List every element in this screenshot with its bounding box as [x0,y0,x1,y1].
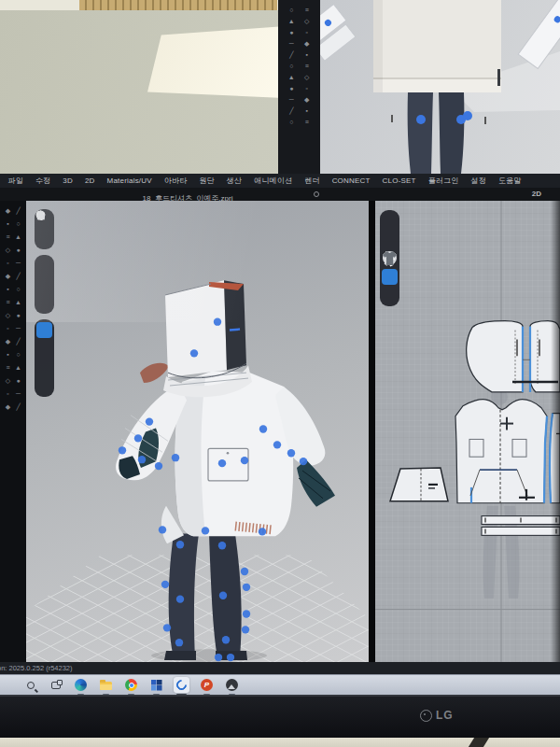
garment-shirt-dark-icon[interactable] [382,288,398,303]
tool-icon[interactable]: ≡ [3,363,13,372]
menu-item[interactable]: 파일 [2,176,29,186]
avatar-head-icon[interactable] [36,359,52,375]
tool-icon[interactable]: ╱ [13,402,23,411]
viewport-3d[interactable] [26,201,369,662]
pattern-body-front[interactable] [455,400,547,503]
select-active-icon[interactable] [36,322,52,338]
menu-item[interactable]: 수정 [29,176,56,186]
tool-icon[interactable]: ─ [13,389,23,398]
tool-icon[interactable]: ▪ [3,285,13,293]
tool-icon[interactable]: ▲ [13,363,23,372]
selection-point[interactable] [202,527,209,534]
tool-icon[interactable]: ◆ [3,337,13,345]
selection-point[interactable] [222,636,230,643]
tool-icon[interactable]: ▲ [13,233,23,241]
pattern-body-back-partial[interactable] [550,414,560,503]
task-view-icon[interactable] [48,677,63,693]
selection-point[interactable] [241,568,248,575]
selection-point[interactable] [243,584,250,591]
effects-star-icon[interactable] [36,231,52,247]
selection-point[interactable] [219,592,227,599]
photos-tile-icon[interactable] [148,677,164,693]
menu-item[interactable]: 플러그인 [422,176,465,186]
selection-point[interactable] [227,654,234,661]
chrome-icon[interactable] [123,677,139,693]
selection-point[interactable] [463,111,472,120]
selection-point[interactable] [119,446,126,454]
menu-item[interactable]: 아바타 [158,176,193,186]
selection-point[interactable] [241,457,248,464]
selection-point[interactable] [214,318,221,326]
tool-icon[interactable]: ≡ [3,233,13,241]
menu-item[interactable]: Materials/UV [101,176,158,185]
menu-item[interactable]: 렌더 [299,176,326,186]
selection-point[interactable] [155,462,162,470]
tool-icon[interactable]: ╱ [13,272,23,280]
selection-point[interactable] [242,626,249,633]
file-explorer-icon[interactable] [98,677,114,693]
selection-point[interactable] [163,624,171,631]
tool-icon[interactable]: ─ [13,259,23,267]
selection-point[interactable] [176,541,184,548]
tool-icon[interactable]: ▲ [13,298,23,306]
pin-icon[interactable] [36,276,52,292]
tool-icon[interactable]: ─ [13,324,23,332]
tool-icon[interactable]: ◇ [3,376,13,385]
menu-item[interactable]: 3D [57,176,79,185]
tool-icon[interactable]: ╱ [13,206,23,215]
menu-item[interactable]: 설정 [465,176,492,186]
panel-splitter[interactable] [369,201,375,662]
tool-icon[interactable]: ◇ [3,246,13,254]
pattern-pocket[interactable] [390,468,448,501]
selection-point[interactable] [159,526,166,533]
selection-point[interactable] [134,434,142,442]
menu-item[interactable]: CONNECT [326,176,376,185]
tool-icon[interactable]: ◆ [3,206,13,215]
garment-shirt-icon[interactable] [36,258,52,274]
selection-point[interactable] [190,349,198,357]
tool-icon[interactable]: ▫ [3,324,13,332]
tool-icon[interactable]: ▪ [3,219,13,228]
menu-item[interactable]: 생산 [220,176,247,186]
selection-point[interactable] [138,456,146,463]
tool-icon[interactable]: ▫ [3,389,13,398]
menu-item[interactable]: 2D [78,176,101,185]
tool-icon[interactable]: ◆ [3,272,13,280]
tool-icon[interactable]: ◆ [3,402,13,411]
tool-icon[interactable]: ● [13,376,23,385]
clo-icon[interactable] [174,677,189,693]
selection-point[interactable] [175,639,183,646]
selection-point[interactable] [259,425,267,432]
tool-icon[interactable]: ▫ [3,259,13,267]
menu-item[interactable]: CLO-SET [376,176,422,185]
powerpoint-icon[interactable]: P [199,677,215,693]
selection-point[interactable] [172,454,179,461]
menu-item[interactable]: 원단 [193,176,220,186]
tool-icon[interactable]: ◇ [3,311,13,319]
tool-icon[interactable]: ▪ [3,350,13,359]
hand-icon[interactable] [36,341,52,357]
panel-2d-patterns[interactable] [375,201,560,662]
selection-point[interactable] [161,581,169,588]
edge-icon[interactable] [73,677,89,693]
garment-hoodie[interactable] [116,280,335,543]
selection-point[interactable] [259,528,266,535]
tool-icon[interactable]: ● [13,246,23,254]
avatar-person-icon[interactable] [36,295,52,311]
selection-point[interactable] [146,417,153,425]
viewport-settings-icon[interactable] [314,191,319,197]
selection-point[interactable] [287,449,295,457]
selection-point[interactable] [243,610,250,617]
selection-point[interactable] [416,115,426,124]
selection-point[interactable] [273,441,281,448]
menu-item[interactable]: 도움말 [492,176,527,186]
selection-point[interactable] [176,596,184,603]
menu-item[interactable]: 애니메이션 [248,176,299,186]
selection-point[interactable] [300,458,307,465]
image-viewer-icon[interactable] [224,677,240,693]
tool-icon[interactable]: ○ [13,219,23,228]
tool-icon[interactable]: ╱ [13,337,23,345]
selection-point[interactable] [218,459,226,467]
gizmo-circle-icon[interactable] [36,378,52,394]
selection-point[interactable] [215,654,222,661]
